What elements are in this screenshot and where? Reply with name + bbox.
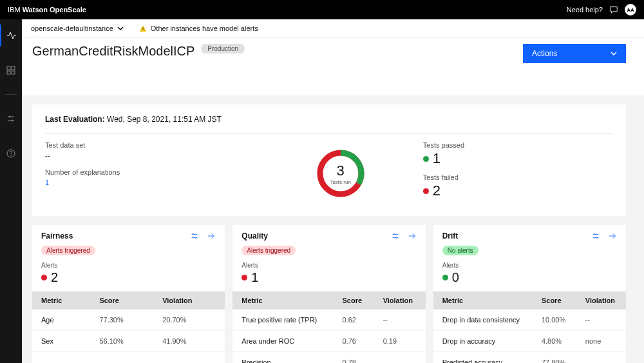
metric-score: 10.00% xyxy=(533,309,576,331)
settings-icon[interactable] xyxy=(391,231,400,240)
topbar: IBM Watson OpenScale Need help? AA xyxy=(0,0,644,19)
col-score: Score xyxy=(334,291,374,309)
svg-rect-11 xyxy=(142,30,143,30)
metric-score: 4.80% xyxy=(533,331,576,352)
metric-card-quality: QualityAlerts triggeredAlerts1MetricScor… xyxy=(232,225,425,363)
metric-score: 77.80% xyxy=(533,352,576,364)
actions-button[interactable]: Actions xyxy=(523,44,626,63)
svg-point-5 xyxy=(9,116,10,117)
chevron-down-icon xyxy=(611,52,617,55)
alerts-count: 2 xyxy=(41,270,216,285)
col-metric: Metric xyxy=(232,291,333,309)
brand: IBM Watson OpenScale xyxy=(8,6,86,14)
metric-name: Predicted accuracy xyxy=(433,352,533,364)
metric-name: Age xyxy=(32,309,90,331)
chat-icon[interactable] xyxy=(609,5,618,14)
subheader: openscale-defaultinstance Other instance… xyxy=(22,19,644,37)
arrow-right-icon[interactable] xyxy=(608,231,617,240)
test-data-label: Test data set xyxy=(45,141,283,149)
tests-failed-value: 2 xyxy=(423,182,613,199)
status-dot xyxy=(41,275,47,280)
page-title: GermanCreditRiskModelICP xyxy=(32,44,194,59)
arrow-right-icon[interactable] xyxy=(408,231,417,240)
metric-name: Area under ROC xyxy=(232,331,333,352)
table-row: Sex56.10%41.90% xyxy=(32,331,225,352)
metric-score: 77.30% xyxy=(90,309,153,331)
last-evaluation: Last Evaluation: Wed, Sep 8, 2021, 11:51… xyxy=(45,115,613,133)
tests-run-value: 3 xyxy=(337,162,345,179)
metric-name: Drop in accuracy xyxy=(433,331,533,352)
alerts-label: Alerts xyxy=(41,262,216,269)
metric-name: Precision xyxy=(232,352,333,364)
metric-score: 0.78 xyxy=(334,352,374,364)
svg-rect-3 xyxy=(12,71,15,74)
chevron-down-icon xyxy=(117,26,124,30)
table-row: Drop in accuracy4.80%none xyxy=(433,331,626,352)
status-dot xyxy=(242,275,247,280)
alerts-badge: Alerts triggered xyxy=(41,246,95,255)
alerts-badge: No alerts xyxy=(442,246,478,255)
status-dot-red xyxy=(423,188,429,194)
metric-violation xyxy=(576,352,626,364)
tests-passed-value: 1 xyxy=(423,150,613,167)
tests-run-label: Tests run xyxy=(330,179,350,185)
table-row: Predicted accuracy77.80% xyxy=(433,352,626,364)
alerts-count: 0 xyxy=(442,270,617,285)
rail-item-activity[interactable] xyxy=(0,25,22,46)
avatar[interactable]: AA xyxy=(625,4,636,15)
svg-rect-0 xyxy=(7,66,10,70)
metric-card-drift: DriftNo alertsAlerts0MetricScoreViolatio… xyxy=(433,225,626,363)
rail-item-help[interactable] xyxy=(0,142,22,164)
metric-violation: -- xyxy=(374,352,426,364)
alerts-label: Alerts xyxy=(442,262,617,269)
svg-point-7 xyxy=(12,120,13,121)
svg-point-27 xyxy=(596,237,598,239)
col-violation: Violation xyxy=(374,291,426,309)
explanations-label: Number of explanations xyxy=(45,168,283,176)
svg-rect-2 xyxy=(7,71,10,74)
rail-item-dashboard[interactable] xyxy=(0,59,22,81)
svg-point-9 xyxy=(11,155,12,156)
status-dot-green xyxy=(423,156,429,162)
explanations-link[interactable]: 1 xyxy=(45,179,283,186)
settings-icon[interactable] xyxy=(591,231,600,240)
metric-violation: -- xyxy=(374,309,426,331)
rail-item-settings[interactable] xyxy=(0,108,22,130)
tests-passed-label: Tests passed xyxy=(423,141,613,149)
col-score: Score xyxy=(533,291,576,309)
metrics-row: FairnessAlerts triggeredAlerts2MetricSco… xyxy=(32,225,626,363)
alerts-badge: Alerts triggered xyxy=(242,246,296,255)
table-row: Drop in data consistency10.00%-- xyxy=(433,309,626,331)
instance-alert-warning[interactable]: Other instances have model alerts xyxy=(139,25,258,32)
metric-violation: 20.70% xyxy=(153,309,225,331)
tests-failed-label: Tests failed xyxy=(423,173,613,181)
table-row: Area under ROC0.760.19 xyxy=(232,331,425,352)
instance-selector[interactable]: openscale-defaultinstance xyxy=(31,25,124,32)
need-help-link[interactable]: Need help? xyxy=(567,6,603,14)
metric-card-title: Fairness xyxy=(41,231,190,240)
col-violation: Violation xyxy=(576,291,626,309)
col-violation: Violation xyxy=(153,291,225,309)
metric-violation: none xyxy=(576,331,626,352)
table-row: Precision0.78-- xyxy=(232,352,425,364)
col-metric: Metric xyxy=(32,291,90,309)
arrow-right-icon[interactable] xyxy=(207,231,216,240)
metric-score: 0.62 xyxy=(334,309,374,331)
metric-card-title: Drift xyxy=(442,231,591,240)
table-row: True positive rate (TPR)0.62-- xyxy=(232,309,425,331)
tests-run-donut: 3 Tests run xyxy=(316,148,366,199)
content: Last Evaluation: Wed, Sep 8, 2021, 11:51… xyxy=(22,95,644,363)
svg-point-25 xyxy=(594,234,595,235)
metric-name: Sex xyxy=(32,331,90,352)
metric-score: 56.10% xyxy=(90,331,153,352)
col-metric: Metric xyxy=(433,291,533,309)
settings-icon[interactable] xyxy=(190,231,199,240)
page-header: GermanCreditRiskModelICP Production Acti… xyxy=(22,37,644,95)
warning-icon xyxy=(139,25,147,32)
alerts-label: Alerts xyxy=(242,262,416,269)
test-data-value: -- xyxy=(45,152,283,159)
env-badge: Production xyxy=(201,44,245,54)
table-row: Age77.30%20.70% xyxy=(32,309,225,331)
metric-table: MetricScoreViolationAge77.30%20.70%Sex56… xyxy=(32,291,225,352)
metric-card-fairness: FairnessAlerts triggeredAlerts2MetricSco… xyxy=(32,225,225,363)
